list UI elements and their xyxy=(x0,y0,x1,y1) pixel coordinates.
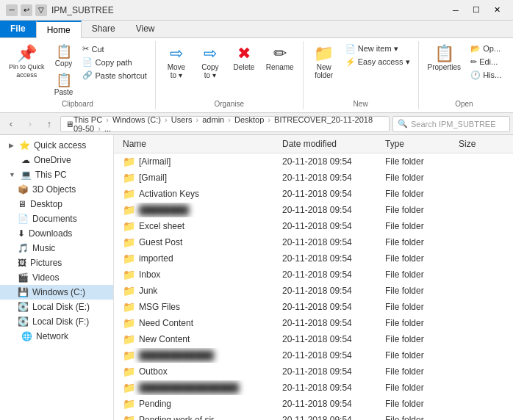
sidebar-item-network[interactable]: 🌐 Network xyxy=(0,329,113,344)
cut-label: Cut xyxy=(92,45,104,54)
file-type: File folder xyxy=(382,171,456,184)
folder-icon: 📁 xyxy=(123,350,135,361)
table-row[interactable]: 📁Guest Post20-11-2018 09:54File folder xyxy=(114,234,513,250)
close-button[interactable]: ✕ xyxy=(487,0,507,21)
sidebar-item-local-disk-e[interactable]: 💽 Local Disk (E:) xyxy=(0,300,113,314)
table-row[interactable]: 📁Activation Keys20-11-2018 09:54File fol… xyxy=(114,186,513,202)
open-button[interactable]: 📂 Op... xyxy=(467,43,505,55)
copy-path-button[interactable]: 📄 Copy path xyxy=(79,56,151,68)
folder-icon: 📁 xyxy=(123,285,135,297)
history-button[interactable]: 🕐 His... xyxy=(467,69,505,82)
file-date: 20-11-2018 09:54 xyxy=(279,236,382,249)
tab-file[interactable]: File xyxy=(0,21,36,37)
sidebar-item-quick-access[interactable]: ▶ ⭐ Quick access xyxy=(0,138,113,153)
table-row[interactable]: 📁████████████████20-11-2018 09:54File fo… xyxy=(114,380,513,396)
delete-icon: ✖ xyxy=(237,46,251,62)
copy-to-label: Copyto ▾ xyxy=(201,63,218,79)
file-name-cell: 📁Pending xyxy=(120,397,279,411)
minimize-button[interactable]: ─ xyxy=(445,0,466,21)
folder-icon: 📁 xyxy=(123,172,135,184)
header-name[interactable]: Name xyxy=(120,137,279,151)
new-folder-button[interactable]: 📁 Newfolder xyxy=(308,43,340,82)
new-item-button[interactable]: 📄 New item ▾ xyxy=(342,43,414,55)
local-disk-f-label: Local Disk (F:) xyxy=(32,316,89,327)
title-quick-dropdown[interactable]: ▽ xyxy=(35,4,47,16)
pin-to-quick-access-button[interactable]: 📌 Pin to Quickaccess xyxy=(4,43,49,82)
title-quick-icon2[interactable]: ↩ xyxy=(21,4,32,16)
table-row[interactable]: 📁imported20-11-2018 09:54File folder xyxy=(114,250,513,267)
table-row[interactable]: 📁████████████20-11-2018 09:54File folder xyxy=(114,347,513,363)
clipboard-buttons: 📌 Pin to Quickaccess 📋 Copy 📋 Paste ✂ Cu… xyxy=(4,43,151,98)
sidebar-item-documents[interactable]: 📄 Documents xyxy=(0,211,113,226)
paste-shortcut-label: Paste shortcut xyxy=(96,71,147,80)
pin-icon: 📌 xyxy=(17,46,37,62)
rename-button[interactable]: ✏ Rename xyxy=(262,43,298,74)
sidebar-item-local-disk-f[interactable]: 💽 Local Disk (F:) xyxy=(0,314,113,329)
table-row[interactable]: 📁Pending work of sir20-11-2018 09:54File… xyxy=(114,412,513,420)
sidebar-item-3d-objects[interactable]: 📦 3D Objects xyxy=(0,182,113,197)
file-date: 20-11-2018 09:54 xyxy=(279,171,382,184)
tab-home[interactable]: Home xyxy=(36,21,82,38)
local-disk-e-label: Local Disk (E:) xyxy=(32,302,90,312)
new-label: New xyxy=(354,98,368,108)
table-row[interactable]: 📁Pending20-11-2018 09:54File folder xyxy=(114,396,513,412)
easy-access-button[interactable]: ⚡ Easy access ▾ xyxy=(342,56,414,68)
header-type[interactable]: Type xyxy=(382,137,456,151)
table-row[interactable]: 📁Need Content20-11-2018 09:54File folder xyxy=(114,315,513,331)
table-row[interactable]: 📁[Airmail]20-11-2018 09:54File folder xyxy=(114,153,513,170)
table-row[interactable]: 📁Outbox20-11-2018 09:54File folder xyxy=(114,363,513,380)
paste-button[interactable]: 📋 Paste xyxy=(51,71,77,98)
back-button[interactable]: ‹ xyxy=(3,116,19,132)
copy-path-label: Copy path xyxy=(96,58,132,67)
sidebar-item-videos[interactable]: 🎬 Videos xyxy=(0,270,113,285)
file-size xyxy=(456,225,507,228)
path-text: This PC › Windows (C:) › Users › admin ›… xyxy=(73,115,384,133)
file-list-header: Name Date modified Type Size xyxy=(114,135,513,153)
paste-shortcut-button[interactable]: 🔗 Paste shortcut xyxy=(79,69,151,82)
tab-share[interactable]: Share xyxy=(82,21,126,37)
table-row[interactable]: 📁Junk20-11-2018 09:54File folder xyxy=(114,283,513,299)
properties-button[interactable]: 📋 Properties xyxy=(423,43,466,74)
maximize-button[interactable]: ☐ xyxy=(466,0,487,21)
sidebar-item-pictures[interactable]: 🖼 Pictures xyxy=(0,256,113,270)
open-group: 📋 Properties 📂 Op... ✏ Edi... 🕐 His... O… xyxy=(419,41,510,109)
table-row[interactable]: 📁████████20-11-2018 09:54File folder xyxy=(114,202,513,218)
sidebar-item-onedrive[interactable]: ☁ OneDrive xyxy=(0,153,113,167)
table-row[interactable]: 📁[Gmail]20-11-2018 09:54File folder xyxy=(114,170,513,186)
path-icon: 🖥 xyxy=(65,120,73,128)
edit-button[interactable]: ✏ Edi... xyxy=(467,56,505,68)
move-to-button[interactable]: ⇨ Moveto ▾ xyxy=(160,43,193,82)
forward-button[interactable]: › xyxy=(22,116,38,132)
table-row[interactable]: 📁New Content20-11-2018 09:54File folder xyxy=(114,331,513,347)
copy-label: Copy xyxy=(55,59,72,68)
sidebar-item-windows-c[interactable]: 💾 Windows (C:) xyxy=(0,285,113,300)
title-quick-icon1[interactable]: ─ xyxy=(6,4,18,16)
sidebar-item-downloads[interactable]: ⬇ Downloads xyxy=(0,226,113,241)
file-size xyxy=(456,257,507,260)
header-date-modified[interactable]: Date modified xyxy=(279,137,382,151)
file-date: 20-11-2018 09:54 xyxy=(279,252,382,265)
folder-icon: 📁 xyxy=(123,188,135,200)
search-box[interactable]: 🔍 Search IPM_SUBTREE xyxy=(392,116,510,132)
table-row[interactable]: 📁Inbox20-11-2018 09:54File folder xyxy=(114,267,513,283)
file-name-cell: 📁[Gmail] xyxy=(120,170,279,185)
file-name-cell: 📁Pending work of sir xyxy=(120,413,279,420)
table-row[interactable]: 📁Excel sheet20-11-2018 09:54File folder xyxy=(114,218,513,234)
desktop-icon: 🖥 xyxy=(18,199,26,209)
copy-to-button[interactable]: ⇨ Copyto ▾ xyxy=(194,43,226,82)
delete-button[interactable]: ✖ Delete xyxy=(228,43,260,74)
up-button[interactable]: ↑ xyxy=(41,116,57,132)
tab-view[interactable]: View xyxy=(126,21,165,37)
header-size[interactable]: Size xyxy=(456,137,507,151)
address-path[interactable]: 🖥 This PC › Windows (C:) › Users › admin… xyxy=(60,116,390,132)
file-date: 20-11-2018 09:54 xyxy=(279,300,382,314)
copy-button[interactable]: 📋 Copy xyxy=(51,43,77,70)
file-name: Excel sheet xyxy=(139,221,184,231)
file-name-cell: 📁Activation Keys xyxy=(120,187,279,201)
table-row[interactable]: 📁MSG Files20-11-2018 09:54File folder xyxy=(114,299,513,315)
sidebar-item-music[interactable]: 🎵 Music xyxy=(0,241,113,256)
cut-button[interactable]: ✂ Cut xyxy=(79,43,151,55)
file-date: 20-11-2018 09:54 xyxy=(279,397,382,410)
sidebar-item-this-pc[interactable]: ▼ 💻 This PC xyxy=(0,167,113,182)
sidebar-item-desktop[interactable]: 🖥 Desktop xyxy=(0,197,113,211)
